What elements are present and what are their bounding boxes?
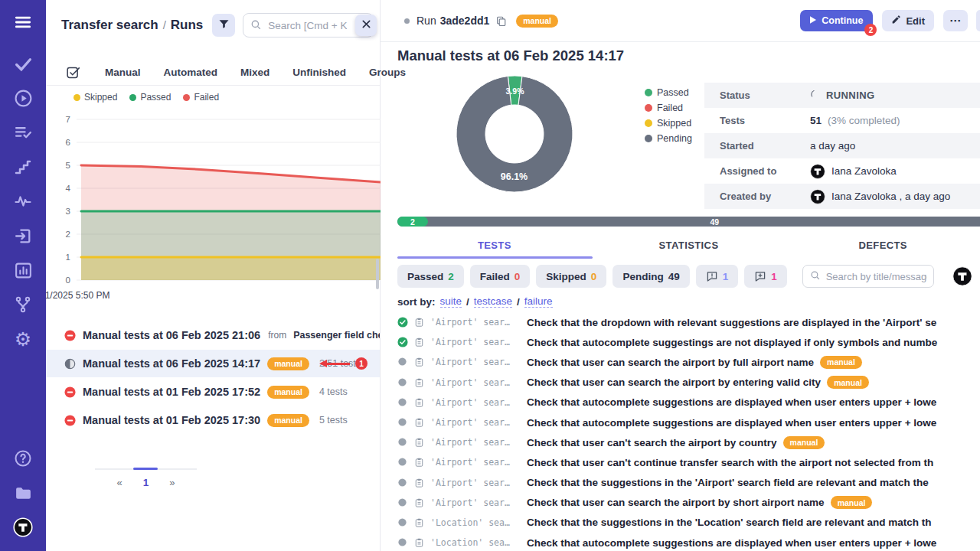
legend-dot-icon (645, 104, 652, 112)
projects-folder-icon[interactable] (13, 483, 33, 503)
branch-icon[interactable] (13, 295, 33, 315)
tab-unfinished[interactable]: Unfinished (292, 67, 346, 78)
run-row[interactable]: Manual tests at 06 Feb 2025 14:17manual2… (46, 350, 380, 377)
filter-chip-pending[interactable]: Pending49 (612, 265, 689, 288)
tab-manual[interactable]: Manual (105, 67, 141, 78)
test-type-badge: manual (827, 376, 869, 389)
panel-scrollbar[interactable] (376, 259, 379, 289)
test-row[interactable]: 'Airport' sear…Check that autocomplete s… (381, 412, 980, 432)
tests-search-input[interactable] (802, 265, 934, 288)
donut-legend: PassedFailedSkippedPending (645, 87, 692, 144)
more-actions-button[interactable]: ⋯ (943, 10, 968, 31)
chip-comment-plus[interactable]: 1 (744, 265, 787, 288)
info-label: Created by (720, 191, 810, 202)
test-row[interactable]: 'Airport' sear…Check that user can't con… (381, 452, 980, 472)
legend-item-passed[interactable]: Passed (129, 92, 171, 103)
info-value-bold: 51 (810, 115, 822, 126)
pagination-prev-button[interactable]: « (117, 477, 122, 488)
run-row[interactable]: Manual tests at 06 Feb 2025 21:06fromPas… (46, 321, 380, 349)
activity-icon[interactable] (13, 191, 33, 211)
donut-legend-item-passed[interactable]: Passed (645, 87, 692, 98)
donut-legend-item-skipped[interactable]: Skipped (645, 118, 692, 129)
run-from-group[interactable]: Passenger field check (293, 330, 380, 341)
pending-status-icon (397, 437, 408, 448)
help-icon[interactable] (13, 448, 33, 468)
runs-search-input[interactable] (243, 13, 374, 37)
test-row[interactable]: 'Airport' sear…Check that user can't sea… (381, 432, 980, 452)
donut-legend-item-pending[interactable]: Pending (645, 133, 692, 144)
user-avatar (810, 189, 825, 204)
breadcrumb-project[interactable]: Transfer search (61, 18, 158, 33)
filter-chip-skipped[interactable]: Skipped0 (536, 265, 606, 288)
close-search-button[interactable] (355, 15, 377, 36)
test-type-badge: manual (783, 436, 825, 449)
tab-automated[interactable]: Automated (164, 67, 218, 78)
sort-by-suite[interactable]: suite (440, 295, 462, 308)
run-row[interactable]: Manual tests at 01 Feb 2025 17:52manual4… (46, 378, 380, 406)
legend-item-skipped[interactable]: Skipped (74, 92, 117, 103)
pagination-page-1[interactable]: 1 (143, 477, 149, 488)
edit-button[interactable]: Edit (882, 10, 934, 31)
select-all-checkbox-icon[interactable] (66, 65, 80, 80)
test-row[interactable]: 'Airport' sear…Check that user can searc… (381, 493, 980, 513)
run-detail-panel: Run 3ade2dd1 manual Continue 2 Edit ⋯ (381, 0, 980, 551)
run-type-badge: manual (267, 357, 309, 370)
report-chart-icon[interactable] (13, 260, 33, 280)
test-row[interactable]: 'Location' sea…Check that autocomplete s… (381, 533, 980, 551)
tab-mixed[interactable]: Mixed (240, 67, 270, 78)
donut-legend-item-failed[interactable]: Failed (645, 103, 692, 113)
test-row[interactable]: 'Airport' sear…Check that the suggestion… (381, 473, 980, 493)
legend-label: Pending (657, 133, 692, 144)
clipped-action-button[interactable] (976, 10, 980, 31)
info-label: Started (720, 140, 810, 152)
clipboard-icon (414, 357, 424, 367)
info-value-text: Iana Zavoloka (831, 165, 897, 177)
user-avatar[interactable] (952, 266, 972, 286)
sign-in-icon[interactable] (13, 226, 33, 246)
runs-trend-chart: 0123456701/2025 5:50 PM (46, 106, 381, 306)
filter-chip-failed[interactable]: Failed0 (470, 265, 531, 288)
legend-label: Skipped (657, 118, 691, 129)
play-circle-icon[interactable] (13, 88, 33, 108)
menu-icon[interactable] (13, 12, 33, 32)
annotation-number-badge: 1 (355, 357, 368, 370)
test-title: Check that user can search the airport b… (527, 357, 814, 368)
tab-statistics[interactable]: STATISTICS (592, 232, 786, 259)
pencil-icon (891, 15, 901, 27)
legend-dot-icon (645, 135, 652, 142)
test-title: Check that autocomplete suggestions are … (527, 396, 936, 408)
tab-tests[interactable]: TESTS (397, 232, 592, 259)
sort-by-testcase[interactable]: testcase (474, 295, 512, 308)
test-row[interactable]: 'Location' sea…Check that the suggestion… (381, 513, 980, 533)
check-icon[interactable] (13, 54, 33, 73)
task-list-icon[interactable] (13, 122, 33, 142)
chip-comment-exclamation[interactable]: 1 (696, 265, 739, 288)
steps-icon[interactable] (13, 157, 33, 177)
filter-chip-count: 49 (668, 271, 680, 282)
test-row[interactable]: 'Airport' sear…Check that the dropdown w… (381, 312, 980, 332)
filter-button[interactable] (212, 14, 235, 37)
test-row[interactable]: 'Airport' sear…Check that autocomplete s… (381, 393, 980, 412)
info-value: Iana Zavoloka (810, 164, 897, 179)
pagination-next-button[interactable]: » (169, 477, 175, 488)
test-row[interactable]: 'Airport' sear…Check that autocomplete s… (381, 332, 980, 352)
test-row[interactable]: 'Airport' sear…Check that user can searc… (381, 352, 980, 372)
chip-count: 1 (723, 271, 729, 282)
test-row[interactable]: 'Airport' sear…Check that user can searc… (381, 373, 980, 393)
svg-text:1: 1 (66, 253, 70, 262)
pending-status-icon (397, 517, 408, 528)
filter-chip-passed[interactable]: Passed2 (397, 265, 464, 288)
sort-row: sort by: suite/testcase/failure (397, 295, 553, 308)
tab-defects[interactable]: DEFECTS (786, 232, 980, 259)
test-suite: 'Airport' sear… (430, 377, 521, 388)
info-label: Tests (720, 115, 810, 126)
filter-chip-count: 0 (514, 271, 521, 282)
sort-by-failure[interactable]: failure (524, 295, 553, 308)
continue-button[interactable]: Continue 2 (800, 10, 873, 31)
run-row[interactable]: Manual tests at 01 Feb 2025 17:30manual5… (46, 406, 380, 434)
legend-item-failed[interactable]: Failed (183, 92, 219, 103)
copy-icon[interactable] (495, 15, 507, 27)
settings-gear-icon[interactable] (13, 329, 33, 349)
workspace-logo-avatar[interactable] (13, 517, 33, 537)
run-progress-bar: 2 49 (397, 217, 980, 227)
